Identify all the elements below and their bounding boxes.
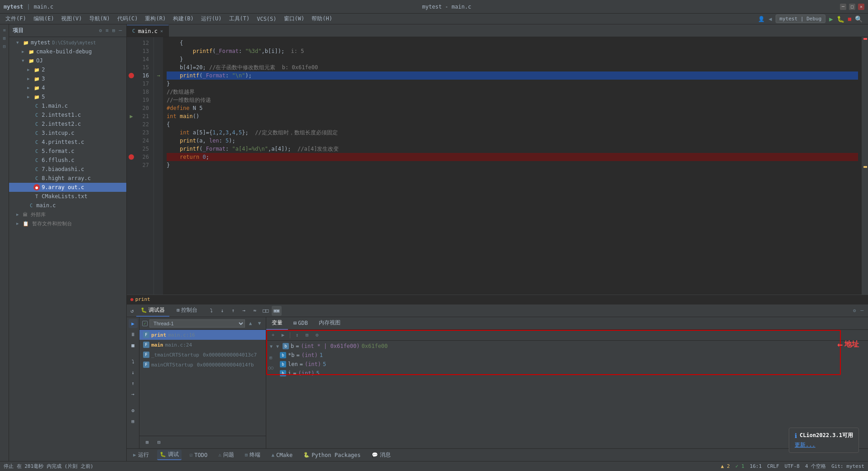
tab-main-c-close[interactable]: ✕ (160, 29, 163, 33)
vars-filter-btn[interactable]: ⊞ (303, 331, 311, 339)
menu-view[interactable]: 视图(V) (58, 14, 86, 24)
run-cursor-side-icon[interactable]: → (129, 390, 138, 399)
frames-bottom-btn2[interactable]: ⊟ (154, 438, 164, 447)
tree-root[interactable]: ▼ 📁 mytest D:\CStudy\mytest (9, 38, 126, 47)
bookmark-icon[interactable]: ⊟ (1, 43, 8, 50)
tree-folder-4[interactable]: ▶ 📁 4 (9, 83, 126, 92)
tool-messages[interactable]: 💬 消息 (369, 450, 393, 460)
tree-file-2inttest2[interactable]: C 2.inttest2.c (9, 119, 126, 128)
panel-close-icon[interactable]: ─ (118, 27, 123, 34)
pause-icon[interactable]: ⏸ (129, 330, 138, 339)
close-button[interactable]: ✕ (858, 4, 864, 10)
tree-folder-5[interactable]: ▶ 📁 5 (9, 92, 126, 101)
tool-cmake[interactable]: ▲ CMake (269, 451, 295, 459)
tree-file-4printtest[interactable]: C 4.printtest.c (9, 138, 126, 147)
tree-file-cmakelists[interactable]: T CMakeLists.txt (9, 192, 126, 201)
sidebar-toggle-icon[interactable]: ≡ (1, 26, 8, 33)
tree-file-6fflush[interactable]: C 6.fflush.c (9, 156, 126, 165)
debug-minimize-icon[interactable]: ─ (859, 307, 864, 314)
frame-main[interactable]: F main main.c:24 (139, 340, 266, 350)
profile-button[interactable]: 👤 (758, 16, 765, 22)
code-area[interactable]: { printf(_Format: "%3d",b[i]); i: 5 } b[… (163, 37, 862, 295)
config-selector[interactable]: mytest | Debug (776, 14, 826, 23)
vars-side-btn2[interactable]: ○○ (267, 363, 275, 371)
minimize-button[interactable]: ─ (840, 4, 846, 10)
tree-file-1main[interactable]: C 1.main.c (9, 101, 126, 110)
debug-tab-console[interactable]: ⊞ 控制台 (172, 305, 202, 317)
tree-file-9array[interactable]: ● 9.array out.c (9, 183, 126, 192)
maximize-button[interactable]: □ (849, 4, 855, 10)
menu-navigate[interactable]: 导航(N) (86, 14, 114, 24)
var-len[interactable]: b len = (int) 5 (266, 360, 868, 369)
var-b[interactable]: ▼ ▼ b b = (int * | 0x61fe00) 0x61fe00 (266, 342, 868, 351)
tool-run[interactable]: ▶ 运行 (130, 450, 152, 460)
tree-file-7biaodashi[interactable]: C 7.biaodashi.c (9, 165, 126, 174)
panel-settings-icon[interactable]: ⚙ (98, 27, 103, 34)
menu-build[interactable]: 构建(B) (169, 14, 197, 24)
menu-help[interactable]: 帮助(H) (308, 14, 336, 24)
stop-debug-icon[interactable]: ■ (129, 341, 138, 350)
thread-select[interactable]: Thread-1 (149, 319, 245, 328)
menu-tools[interactable]: 工具(T) (225, 14, 254, 24)
resume-icon[interactable]: ▶ (129, 319, 138, 328)
settings-side-icon[interactable]: ⚙ (129, 406, 138, 415)
thread-nav-up[interactable]: ▲ (247, 320, 254, 327)
menu-window[interactable]: 窗口(W) (280, 14, 308, 24)
back-button[interactable]: ◀ (768, 16, 772, 22)
tree-file-3intcup[interactable]: C 3.intcup.c (9, 128, 126, 138)
step-out-side-icon[interactable]: ↑ (129, 379, 138, 388)
debug-settings-icon[interactable]: ⚙ (852, 307, 857, 314)
tree-oj[interactable]: ▼ 📁 OJ (9, 56, 126, 65)
vars-sort-btn[interactable]: ↕ (293, 331, 301, 339)
breakpoint-dot[interactable] (129, 73, 134, 78)
watches-btn[interactable]: ▣▣ (272, 306, 282, 316)
vars-expand-btn[interactable]: ▶ (279, 331, 287, 339)
tree-scratches[interactable]: ▶ 📋 暂存文件和控制台 (9, 219, 126, 228)
tree-folder-3[interactable]: ▶ 📁 3 (9, 74, 126, 83)
frames-bottom-btn1[interactable]: ⊞ (142, 438, 152, 447)
step-out-btn[interactable]: ↑ (228, 306, 238, 316)
menu-run[interactable]: 运行(U) (197, 14, 225, 24)
tool-todo[interactable]: ☑ TODO (187, 451, 211, 459)
vars-tab-memory[interactable]: 内存视图 (313, 317, 346, 330)
tree-file-5format[interactable]: C 5.format.c (9, 147, 126, 156)
tree-external-libs[interactable]: ▶ 🏛 外部库 (9, 210, 126, 219)
run-button[interactable]: ▶ (829, 15, 833, 23)
debug-button[interactable]: 🐛 (837, 15, 844, 23)
step-over-side-icon[interactable]: ⤵ (129, 357, 138, 366)
panel-group-icon[interactable]: ⊞ (111, 27, 116, 34)
step-into-side-icon[interactable]: ↓ (129, 368, 138, 377)
debug-tab-debugger[interactable]: 🐛 调试器 (136, 305, 169, 317)
layout-side-icon[interactable]: ⊞ (129, 417, 138, 426)
var-star-b[interactable]: b *b = (int) 1 (266, 351, 868, 360)
frame-print[interactable]: F print main.c:16 (139, 330, 266, 340)
thread-nav-down[interactable]: ▼ (256, 320, 263, 327)
var-i[interactable]: b i = (int) 5 (266, 369, 868, 378)
breakpoint-dot-26[interactable] (129, 154, 134, 160)
menu-vcs[interactable]: VCS(S) (253, 15, 280, 23)
menu-edit[interactable]: 编辑(E) (30, 14, 58, 24)
menu-code[interactable]: 代码(C) (114, 14, 142, 24)
vars-settings-btn[interactable]: ⚙ (313, 331, 321, 339)
frames-btn[interactable]: □□ (261, 306, 271, 316)
step-into-btn[interactable]: ↓ (217, 306, 227, 316)
tree-file-2inttest1[interactable]: C 2.inttest1.c (9, 110, 126, 119)
structure-icon[interactable]: ⊞ (1, 34, 8, 42)
step-over-btn[interactable]: ⤵ (206, 306, 216, 316)
vars-tab-gdb[interactable]: ⊞ GDB (288, 317, 313, 330)
run-to-cursor-btn[interactable]: → (239, 306, 249, 316)
search-everywhere-button[interactable]: 🔍 (855, 15, 863, 23)
panel-collapse-icon[interactable]: ≡ (105, 27, 110, 34)
tab-main-c[interactable]: C main.c ✕ (127, 25, 169, 37)
frame-tmain[interactable]: F _tmainCRTStartup 0x00000000004013c7 (139, 350, 266, 360)
debug-restart-icon[interactable]: ↺ (130, 308, 134, 314)
menu-refactor[interactable]: 重构(R) (141, 14, 169, 24)
notif-update-link[interactable]: 更新... (795, 442, 815, 448)
tree-file-8hight[interactable]: C 8.hight array.c (9, 174, 126, 183)
tree-file-main[interactable]: C main.c (9, 201, 126, 210)
tree-cmake-build[interactable]: ▶ 📁 cmake-build-debug (9, 47, 126, 56)
tool-problems[interactable]: ⚠ 问题 (216, 450, 237, 460)
vars-side-btn1[interactable]: ⊞ (267, 353, 275, 362)
menu-file[interactable]: 文件(F) (2, 14, 30, 24)
tool-debug[interactable]: 🐛 调试 (157, 450, 182, 460)
